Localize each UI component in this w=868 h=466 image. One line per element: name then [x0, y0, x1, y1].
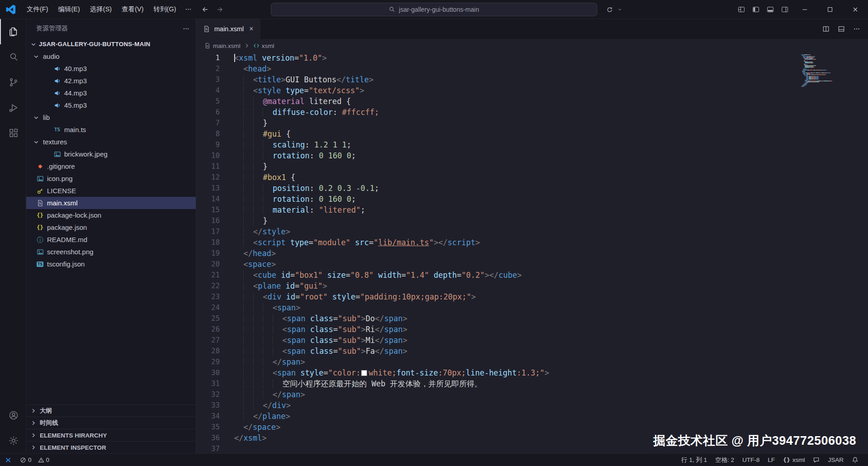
code-line[interactable]: <plane id="gui"> [234, 281, 868, 291]
sidebar-panel-header[interactable]: ELEMENTS HIRARCHY [26, 429, 196, 441]
menu-item[interactable]: 转到(G) [149, 3, 181, 16]
run-debug-icon[interactable] [0, 95, 26, 120]
jsar-mode[interactable]: JSAR [824, 454, 848, 466]
menu-item[interactable]: 选择(S) [85, 3, 117, 16]
eol-status[interactable]: LF [764, 454, 779, 466]
panel-bottom-icon[interactable] [763, 3, 778, 16]
code-line[interactable]: </plane> [234, 411, 868, 422]
breadcrumb-item[interactable]: xsml [253, 43, 274, 49]
problems-status[interactable]: 0 0 [16, 454, 53, 466]
source-control-icon[interactable] [0, 70, 26, 95]
code-line[interactable]: <div id="root" style="padding:10px;gap:2… [234, 291, 868, 302]
layout-grid-icon[interactable] [734, 3, 749, 16]
tree-file[interactable]: 42.mp3 [26, 75, 196, 87]
minimap[interactable] [801, 54, 861, 88]
sidebar-left-icon[interactable] [749, 3, 763, 16]
code-line[interactable]: </div> [234, 400, 868, 411]
tree-folder[interactable]: audio [26, 50, 196, 62]
encoding-status[interactable]: UTF-8 [738, 454, 764, 466]
code-line[interactable]: } [234, 161, 868, 172]
code-line[interactable]: </style> [234, 226, 868, 237]
tree-file[interactable]: 40.mp3 [26, 62, 196, 75]
tree-file[interactable]: {}package.json [26, 221, 196, 233]
code-line[interactable]: material: "litered"; [234, 204, 868, 215]
back-icon[interactable] [198, 3, 212, 16]
close-button[interactable] [843, 0, 868, 19]
tree-file[interactable]: 44.mp3 [26, 87, 196, 99]
tree-file[interactable]: .gitignore [26, 160, 196, 172]
code-line[interactable]: diffuse-color: #ffccff; [234, 107, 868, 118]
explorer-icon[interactable] [0, 19, 26, 44]
code-line[interactable]: #gui { [234, 128, 868, 139]
layout-panel-icon[interactable] [835, 22, 848, 36]
notifications-bell-icon[interactable] [848, 454, 863, 466]
code-line[interactable]: </span> [234, 389, 868, 400]
indentation-status[interactable]: 空格: 2 [711, 454, 738, 466]
code-line[interactable]: <script type="module" src="lib/main.ts">… [234, 237, 868, 248]
explorer-more-actions-icon[interactable] [183, 25, 189, 32]
tree-file[interactable]: TSmain.ts [26, 124, 196, 136]
menu-item[interactable]: 文件(F) [22, 3, 53, 16]
code-line[interactable]: #box1 { [234, 172, 868, 183]
sidebar-panel-header[interactable]: 大纲 [26, 404, 196, 417]
tree-folder[interactable]: lib [26, 111, 196, 124]
code-line[interactable]: } [234, 118, 868, 128]
menu-item[interactable]: 查看(V) [117, 3, 148, 16]
tree-file[interactable]: TStsconfig.json [26, 258, 196, 270]
tab-main-xsml[interactable]: main.xsml × [196, 19, 261, 39]
code-line[interactable]: <head> [234, 63, 868, 74]
code-line[interactable]: <title>GUI Buttons</title> [234, 74, 868, 85]
tree-folder[interactable]: textures [26, 136, 196, 148]
code-line[interactable]: 空间小程序还原最开始的 Web 开发体验，并所见即所得。 [234, 378, 868, 389]
remote-indicator-icon[interactable] [0, 454, 16, 466]
code-line[interactable]: position: 0.2 0.3 -0.1; [234, 183, 868, 194]
menu-overflow-icon[interactable] [181, 3, 195, 16]
code-line[interactable]: rotation: 0 160 0; [234, 150, 868, 161]
code-line[interactable]: <span class="sub">Fa</span> [234, 346, 868, 357]
code-line[interactable]: <span> [234, 302, 868, 313]
tree-file[interactable]: LICENSE [26, 185, 196, 197]
menu-item[interactable]: 编辑(E) [53, 3, 85, 16]
account-icon[interactable] [0, 403, 26, 428]
split-editor-icon[interactable] [819, 22, 833, 36]
feedback-icon[interactable] [809, 454, 824, 466]
code-line[interactable]: <space> [234, 259, 868, 270]
code-line[interactable]: <style type="text/scss"> [234, 85, 868, 96]
code-line[interactable]: } [234, 215, 868, 226]
sidebar-panel-header[interactable]: ELEMENT INSPECTOR [26, 441, 196, 453]
sync-icon[interactable] [602, 3, 617, 16]
tree-file[interactable]: main.xsml [26, 197, 196, 209]
extensions-icon[interactable] [0, 120, 26, 146]
tree-file[interactable]: ⓘREADME.md [26, 233, 196, 246]
code-line[interactable]: <span style="color:white;font-size:70px;… [234, 367, 868, 378]
tree-file[interactable]: screenshot.png [26, 246, 196, 258]
code-line[interactable]: <xsml version="1.0"> [234, 52, 868, 63]
code-line[interactable]: <span class="sub">Ri</span> [234, 324, 868, 335]
language-mode[interactable]: {} xsml [779, 454, 809, 466]
more-icon[interactable] [850, 22, 863, 36]
workspace-root-header[interactable]: JSAR-GALLERY-GUI-BUTTONS-MAIN [26, 38, 196, 50]
tree-file[interactable]: brickwork.jpeg [26, 148, 196, 160]
tree-file[interactable]: {}package-lock.json [26, 209, 196, 221]
sidebar-panel-header[interactable]: 时间线 [26, 417, 196, 429]
code-line[interactable]: scaling: 1.2 1 1; [234, 139, 868, 150]
breadcrumb-item[interactable]: main.xsml [204, 43, 241, 49]
settings-icon[interactable] [0, 428, 26, 453]
code-line[interactable]: </span> [234, 357, 868, 367]
tree-file[interactable]: icon.png [26, 172, 196, 185]
code-line[interactable]: <span class="sub">Do</span> [234, 313, 868, 324]
forward-icon[interactable] [212, 3, 227, 16]
code-line[interactable]: <span class="sub">Mi</span> [234, 335, 868, 346]
command-center-search[interactable]: jsar-gallery-gui-buttons-main [271, 3, 597, 16]
code-line[interactable]: </space> [234, 422, 868, 433]
minimize-button[interactable] [792, 0, 817, 19]
tree-file[interactable]: 45.mp3 [26, 99, 196, 111]
code-line[interactable]: @material litered { [234, 96, 868, 107]
sidebar-right-icon[interactable] [778, 3, 792, 16]
maximize-button[interactable] [817, 0, 843, 19]
code-line[interactable]: </head> [234, 248, 868, 259]
cursor-position[interactable]: 行 1, 列 1 [677, 454, 711, 466]
code-line[interactable]: <cube id="box1" size="0.8" width="1.4" d… [234, 270, 868, 281]
search-icon[interactable] [0, 44, 26, 70]
tab-close-icon[interactable]: × [248, 24, 255, 33]
